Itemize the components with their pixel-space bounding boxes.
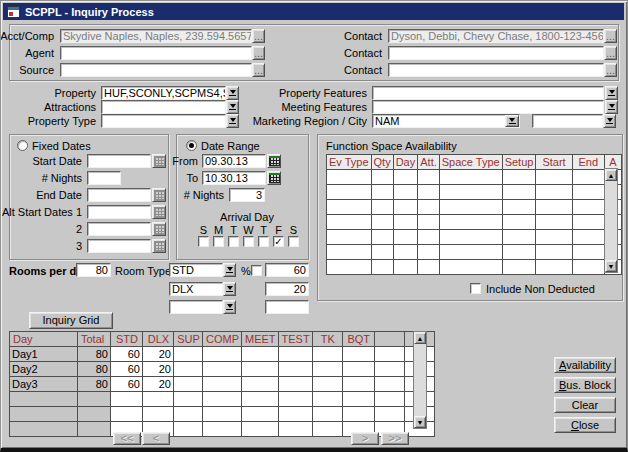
fs-cell[interactable] [536, 260, 572, 275]
inquiry-grid-button[interactable]: Inquiry Grid [29, 312, 113, 329]
bus-block-button[interactable]: Bus. Block [554, 377, 616, 393]
meeting-features-dropdown-button[interactable] [605, 100, 618, 114]
grid-cell[interactable] [174, 377, 203, 392]
fs-cell[interactable] [418, 260, 440, 275]
fs-scrollbar[interactable]: ▲ ▼ [604, 168, 618, 273]
contact3-field[interactable] [388, 63, 604, 77]
grid-cell[interactable] [374, 377, 404, 392]
contact2-browse-button[interactable]: ... [604, 46, 617, 60]
fs-cell[interactable] [371, 185, 393, 200]
fs-cell[interactable] [572, 200, 604, 215]
start-date-calendar-button[interactable] [152, 154, 166, 168]
grid-cell[interactable] [374, 392, 404, 407]
fs-cell[interactable] [418, 185, 440, 200]
arrival-checkbox-wed[interactable] [243, 236, 254, 247]
grid-cell[interactable] [242, 422, 279, 437]
fs-cell[interactable] [393, 185, 418, 200]
grid-prev-button[interactable]: < [142, 432, 170, 445]
fs-cell[interactable] [393, 230, 418, 245]
grid-cell[interactable] [278, 422, 312, 437]
end-date-field[interactable] [87, 188, 151, 202]
grid-cell[interactable] [312, 362, 342, 377]
close-button[interactable]: Close [554, 417, 616, 433]
fs-cell[interactable] [393, 200, 418, 215]
fs-cell[interactable] [327, 170, 372, 185]
room-type-3-dropdown-button[interactable] [223, 300, 236, 314]
from-calendar-button[interactable] [267, 154, 281, 168]
room-type-3-count-field[interactable] [265, 300, 309, 314]
fs-cell[interactable] [327, 245, 372, 260]
grid-cell[interactable] [278, 377, 312, 392]
grid-cell[interactable] [242, 362, 279, 377]
grid-cell[interactable] [174, 392, 203, 407]
grid-cell[interactable] [203, 347, 242, 362]
grid-cell[interactable] [374, 362, 404, 377]
grid-cell[interactable] [278, 392, 312, 407]
grid-first-button[interactable]: << [113, 432, 141, 445]
to-date-field[interactable]: 10.30.13 [202, 171, 266, 185]
grid-cell[interactable] [374, 407, 404, 422]
range-nights-field[interactable]: 3 [229, 188, 265, 202]
grid-cell[interactable] [342, 362, 374, 377]
contact3-browse-button[interactable]: ... [604, 63, 617, 77]
meeting-features-field[interactable] [372, 100, 604, 114]
grid-cell[interactable] [203, 377, 242, 392]
fs-cell[interactable] [418, 245, 440, 260]
fs-cell[interactable] [502, 185, 536, 200]
grid-cell[interactable]: 20 [143, 362, 174, 377]
fixed-dates-radio[interactable] [17, 140, 28, 151]
property-dropdown-button[interactable] [226, 86, 239, 100]
fs-cell[interactable] [418, 215, 440, 230]
room-type-3-field[interactable] [169, 300, 223, 314]
fs-cell[interactable] [536, 185, 572, 200]
grid-cell[interactable]: 60 [111, 377, 143, 392]
grid-last-button[interactable]: >> [381, 432, 409, 445]
fs-cell[interactable] [502, 260, 536, 275]
fixed-nights-field[interactable] [87, 171, 121, 185]
grid-cell[interactable]: 60 [111, 362, 143, 377]
grid-cell[interactable] [203, 407, 242, 422]
property-type-dropdown-button[interactable] [226, 114, 239, 128]
to-calendar-button[interactable] [267, 171, 281, 185]
grid-cell[interactable] [278, 347, 312, 362]
alt-start-2-calendar-button[interactable] [152, 222, 166, 236]
property-features-field[interactable] [372, 86, 604, 100]
fs-cell[interactable] [327, 260, 372, 275]
grid-cell[interactable] [342, 347, 374, 362]
scroll-up-icon[interactable]: ▲ [414, 332, 426, 344]
arrival-checkbox-tue[interactable] [228, 236, 239, 247]
arrival-checkbox-fri[interactable] [273, 236, 284, 247]
room-type-1-field[interactable]: STD [169, 263, 223, 277]
grid-cell[interactable] [278, 362, 312, 377]
acct-comp-browse-button[interactable]: ... [252, 29, 265, 43]
fs-cell[interactable] [371, 200, 393, 215]
fs-cell[interactable] [371, 215, 393, 230]
fs-cell[interactable] [572, 215, 604, 230]
fs-cell[interactable] [418, 230, 440, 245]
room-type-1-count-field[interactable]: 60 [265, 263, 309, 277]
grid-cell[interactable] [174, 422, 203, 437]
fs-cell[interactable] [371, 245, 393, 260]
fs-cell[interactable] [418, 170, 440, 185]
marketing-region-field[interactable]: NAM [372, 114, 520, 128]
grid-cell[interactable]: 20 [143, 377, 174, 392]
fs-cell[interactable] [371, 260, 393, 275]
fs-cell[interactable] [439, 200, 502, 215]
marketing-city-field[interactable] [532, 114, 603, 128]
fs-cell[interactable] [393, 245, 418, 260]
grid-next-button[interactable]: > [351, 432, 379, 445]
date-range-radio[interactable] [186, 140, 197, 151]
grid-cell[interactable] [278, 407, 312, 422]
property-field[interactable]: HUF,SCONLY,SCPMS4,SCPPL [101, 86, 226, 100]
fs-cell[interactable] [439, 185, 502, 200]
fs-cell[interactable] [439, 230, 502, 245]
fs-cell[interactable] [572, 170, 604, 185]
fs-cell[interactable] [393, 170, 418, 185]
fs-cell[interactable] [327, 215, 372, 230]
room-type-2-dropdown-button[interactable] [223, 282, 236, 296]
fs-cell[interactable] [536, 215, 572, 230]
arrival-checkbox-mon[interactable] [213, 236, 224, 247]
grid-cell[interactable] [312, 422, 342, 437]
fs-cell[interactable] [536, 245, 572, 260]
room-type-2-field[interactable]: DLX [169, 282, 223, 296]
